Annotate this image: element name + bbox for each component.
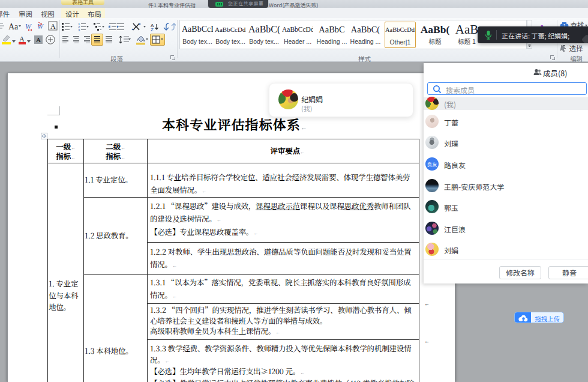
svg-text:A: A: [19, 35, 25, 43]
svg-text:Aa: Aa: [8, 22, 19, 31]
svg-text:A: A: [50, 22, 56, 31]
svg-text:Z: Z: [151, 27, 154, 31]
svg-text:A: A: [36, 36, 41, 43]
svg-text:3: 3: [78, 28, 80, 31]
svg-text:W: W: [25, 22, 32, 31]
